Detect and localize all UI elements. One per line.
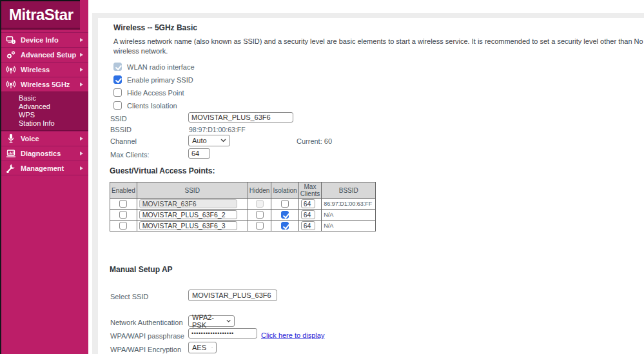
guest1-isolation-checkbox[interactable] — [281, 200, 289, 208]
clients-isolation-row: Clients Isolation — [113, 101, 177, 110]
sidebar-item-label: Management — [21, 164, 64, 172]
passphrase-label: WPA/WAPI passphrase — [110, 332, 184, 340]
guest1-ssid-input — [139, 199, 237, 208]
guest3-hidden-checkbox[interactable] — [256, 222, 264, 230]
network-authentication-select[interactable]: WPA2-PSK — [188, 315, 235, 327]
encryption-label: WPA/WAPI Encryption — [110, 346, 181, 353]
sidebar-subitem-wps[interactable]: WPS — [1, 111, 88, 119]
channel-label: Channel — [110, 137, 137, 145]
sidebar-item-device-info[interactable]: Device Info — [1, 32, 88, 47]
sidebar-item-label: Voice — [21, 135, 39, 143]
sidebar-subitem-basic[interactable]: Basic — [1, 94, 88, 103]
show-passphrase-link[interactable]: Click here to display — [261, 331, 324, 339]
ssid-input[interactable] — [188, 112, 293, 123]
expand-arrow-icon — [80, 166, 83, 170]
table-header-row: Enabled SSID Hidden Isolation Max Client… — [110, 182, 376, 199]
bssid-label: BSSID — [110, 126, 132, 133]
wlan-radio-row: WLAN radio interface — [113, 63, 195, 71]
brand-logo: MitraStar — [1, 0, 80, 28]
max-clients-label: Max Clients: — [110, 151, 150, 159]
col-hidden: Hidden — [248, 182, 271, 199]
device-info-icon — [5, 35, 16, 45]
guest2-max-clients-input[interactable] — [301, 210, 315, 219]
wlan-radio-label: WLAN radio interface — [127, 63, 195, 71]
window-left-edge — [0, 0, 1, 354]
guest-ap-table: Enabled SSID Hidden Isolation Max Client… — [110, 182, 376, 231]
microphone-icon — [5, 133, 16, 144]
enable-primary-ssid-checkbox[interactable] — [113, 75, 122, 84]
clients-isolation-checkbox[interactable] — [113, 101, 122, 110]
ssid-label: SSID — [110, 115, 127, 123]
expand-arrow-icon — [80, 68, 83, 72]
antenna-icon — [5, 64, 16, 75]
table-row: 86:97:D1:00:63:FF — [110, 199, 376, 210]
guest3-max-clients-input[interactable] — [301, 221, 315, 230]
select-ssid-select[interactable]: MOVISTAR_PLUS_63F6 — [188, 290, 277, 301]
content-card: Wireless -- 5GHz Basic A wireless networ… — [98, 18, 644, 354]
col-ssid: SSID — [137, 182, 248, 199]
passphrase-input[interactable] — [188, 328, 257, 339]
logo-shadow-divider — [1, 28, 80, 30]
guest1-hidden-checkbox — [256, 200, 264, 208]
channel-select[interactable]: Auto — [188, 135, 230, 146]
hide-access-point-checkbox[interactable] — [113, 88, 122, 97]
sidebar-subitem-advanced[interactable]: Advanced — [1, 103, 88, 111]
brand-logo-text: MitraStar — [1, 6, 73, 24]
guest1-max-clients-input[interactable] — [301, 199, 315, 208]
page-title: Wireless -- 5GHz Basic — [113, 23, 197, 32]
table-row: N/A — [110, 221, 376, 231]
guest3-isolation-checkbox[interactable] — [281, 222, 289, 230]
guest3-ssid-input[interactable] — [139, 221, 237, 230]
col-enabled: Enabled — [110, 182, 137, 199]
sidebar: MitraStar Device Info Advanced Setup Wir… — [0, 0, 88, 354]
max-clients-input[interactable] — [188, 148, 210, 159]
sidebar-menu: Device Info Advanced Setup Wireless Wire… — [1, 32, 88, 175]
channel-current-text: Current: 60 — [297, 137, 332, 145]
page-description-line2: wireless network. — [113, 46, 644, 56]
bssid-value: 98:97:D1:00:63:FF — [189, 126, 246, 133]
col-isolation: Isolation — [271, 182, 298, 199]
encryption-value: AES — [192, 344, 206, 351]
expand-arrow-icon — [80, 152, 83, 155]
antenna-icon — [5, 79, 16, 90]
encryption-select[interactable]: AES — [188, 342, 217, 353]
guest2-enabled-checkbox[interactable] — [119, 211, 127, 219]
network-authentication-value: WPA2-PSK — [192, 313, 221, 329]
sidebar-item-diagnostics[interactable]: Diagnostics — [1, 146, 88, 161]
guest3-bssid: N/A — [322, 221, 376, 231]
hide-access-point-row: Hide Access Point — [113, 88, 184, 97]
clients-isolation-label: Clients Isolation — [127, 102, 177, 110]
sidebar-item-voice[interactable]: Voice — [1, 131, 88, 146]
manual-setup-heading: Manual Setup AP — [110, 265, 173, 274]
expand-arrow-icon — [80, 53, 83, 57]
chevron-down-icon — [226, 319, 231, 323]
sidebar-item-label: Diagnostics — [21, 150, 61, 157]
sidebar-item-wireless[interactable]: Wireless — [1, 62, 88, 77]
guest2-ssid-input[interactable] — [139, 210, 237, 219]
sidebar-item-management[interactable]: Management — [1, 161, 88, 175]
expand-arrow-icon — [80, 38, 83, 42]
guest1-enabled-checkbox[interactable] — [119, 200, 127, 208]
hide-access-point-label: Hide Access Point — [127, 89, 184, 97]
chevron-down-icon — [220, 139, 226, 143]
guest2-isolation-checkbox[interactable] — [281, 211, 289, 219]
chart-icon — [5, 148, 16, 159]
guest2-hidden-checkbox[interactable] — [256, 211, 264, 219]
sidebar-subitem-station-info[interactable]: Station Info — [1, 119, 88, 128]
enable-primary-ssid-label: Enable primary SSID — [127, 76, 193, 84]
sidebar-item-wireless-5ghz[interactable]: Wireless 5GHz — [1, 77, 88, 92]
expand-arrow-icon — [80, 83, 83, 86]
sidebar-item-advanced-setup[interactable]: Advanced Setup — [1, 47, 88, 62]
main-area: Wireless -- 5GHz Basic A wireless networ… — [88, 0, 644, 354]
wlan-radio-checkbox — [113, 63, 122, 71]
chevron-down-icon — [211, 346, 213, 349]
page-description-line1: A wireless network name (also known as S… — [113, 37, 644, 46]
guest3-enabled-checkbox[interactable] — [119, 222, 127, 230]
sidebar-item-label: Wireless 5GHz — [21, 81, 70, 88]
wireless-5ghz-submenu: Basic Advanced WPS Station Info — [1, 92, 88, 131]
guest2-bssid: N/A — [322, 210, 376, 221]
guest-ap-heading: Guest/Virtual Access Points: — [110, 166, 215, 175]
network-authentication-label: Network Authentication — [110, 319, 183, 326]
col-max-clients: Max Clients — [298, 182, 322, 199]
sidebar-item-label: Advanced Setup — [21, 51, 76, 59]
